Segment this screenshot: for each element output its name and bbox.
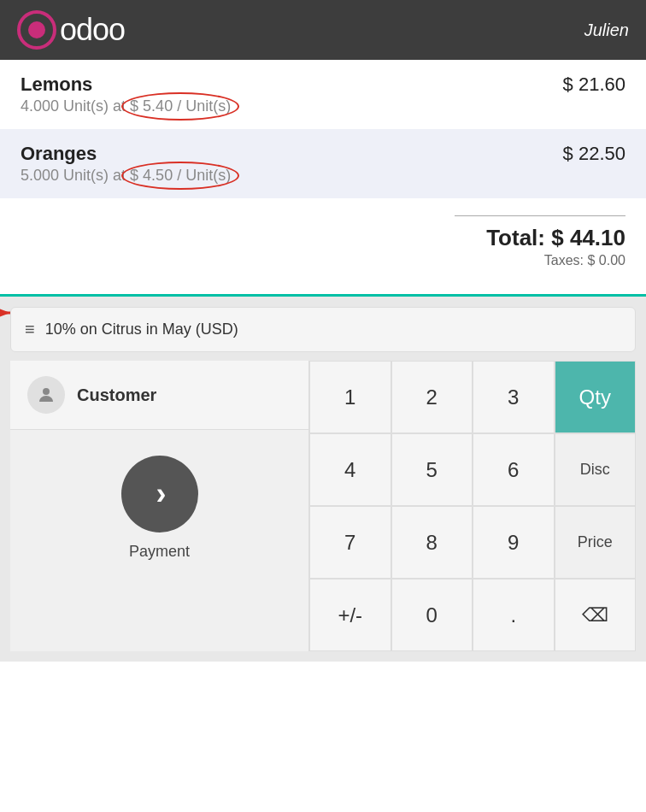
payment-btn-area: › Payment — [10, 430, 308, 578]
total-section: Total: $ 44.10 Taxes: $ 0.00 — [0, 198, 646, 294]
logo-text: odoo — [60, 12, 125, 48]
pos-panel: ≡ 10% on Citrus in May (USD) Customer › — [0, 294, 646, 662]
item-total-lemons: $ 21.60 — [563, 74, 625, 96]
numpad-7[interactable]: 7 — [309, 506, 391, 579]
numpad: 1 2 3 Qty 4 5 6 Disc 7 8 9 Price +/- 0 .… — [309, 361, 636, 651]
header: odoo Julien — [0, 0, 646, 60]
taxes-amount: Taxes: $ 0.00 — [544, 253, 625, 268]
numpad-3[interactable]: 3 — [473, 361, 555, 433]
oval-annotation-oranges: $ 4.50 / Unit(s) — [130, 167, 231, 185]
payment-label: Payment — [129, 543, 190, 561]
odoo-logo: odoo — [17, 10, 125, 50]
total-amount: Total: $ 44.10 — [486, 225, 625, 251]
numpad-1[interactable]: 1 — [309, 361, 391, 433]
customer-avatar — [27, 376, 65, 414]
numpad-9[interactable]: 9 — [473, 506, 555, 579]
order-item-oranges: Oranges $ 22.50 5.000 Unit(s) at $ 4.50 … — [0, 129, 646, 198]
numpad-price[interactable]: Price — [555, 506, 637, 579]
order-items: Lemons $ 21.60 4.000 Unit(s) at $ 5.40 /… — [0, 60, 646, 198]
payment-button[interactable]: › — [121, 456, 198, 533]
numpad-qty[interactable]: Qty — [555, 361, 637, 433]
header-username: Julien — [584, 21, 629, 40]
item-detail-lemons: 4.000 Unit(s) at $ 5.40 / Unit(s) — [21, 97, 625, 115]
discount-bar-label: 10% on Citrus in May (USD) — [45, 321, 238, 338]
oval-annotation-lemons: $ 5.40 / Unit(s) — [130, 97, 231, 115]
item-name-oranges: Oranges — [21, 143, 97, 165]
chevron-right-icon: › — [156, 479, 167, 509]
numpad-4[interactable]: 4 — [309, 433, 391, 506]
person-icon — [36, 385, 56, 405]
numpad-area: Customer › Payment 1 2 3 Qty 4 5 6 Disc … — [10, 361, 636, 651]
svg-point-1 — [28, 21, 45, 38]
discount-bar[interactable]: ≡ 10% on Citrus in May (USD) — [10, 307, 636, 352]
numpad-disc[interactable]: Disc — [555, 433, 637, 506]
numpad-2[interactable]: 2 — [391, 361, 473, 433]
customer-label: Customer — [77, 385, 156, 405]
customer-row[interactable]: Customer — [10, 361, 308, 430]
left-panel: Customer › Payment — [10, 361, 309, 651]
discount-bar-grid-icon: ≡ — [25, 320, 35, 339]
odoo-logo-icon — [17, 10, 56, 50]
numpad-6[interactable]: 6 — [473, 433, 555, 506]
numpad-backspace[interactable]: ⌫ — [555, 579, 637, 651]
item-name-lemons: Lemons — [21, 74, 92, 96]
order-item-lemons: Lemons $ 21.60 4.000 Unit(s) at $ 5.40 /… — [0, 60, 646, 129]
item-detail-oranges: 5.000 Unit(s) at $ 4.50 / Unit(s) — [21, 167, 625, 185]
svg-point-4 — [43, 388, 50, 395]
numpad-5[interactable]: 5 — [391, 433, 473, 506]
numpad-plusminus[interactable]: +/- — [309, 579, 391, 651]
numpad-dot[interactable]: . — [473, 579, 555, 651]
numpad-8[interactable]: 8 — [391, 506, 473, 579]
total-divider — [455, 215, 625, 216]
item-total-oranges: $ 22.50 — [563, 143, 625, 165]
numpad-0[interactable]: 0 — [391, 579, 473, 651]
